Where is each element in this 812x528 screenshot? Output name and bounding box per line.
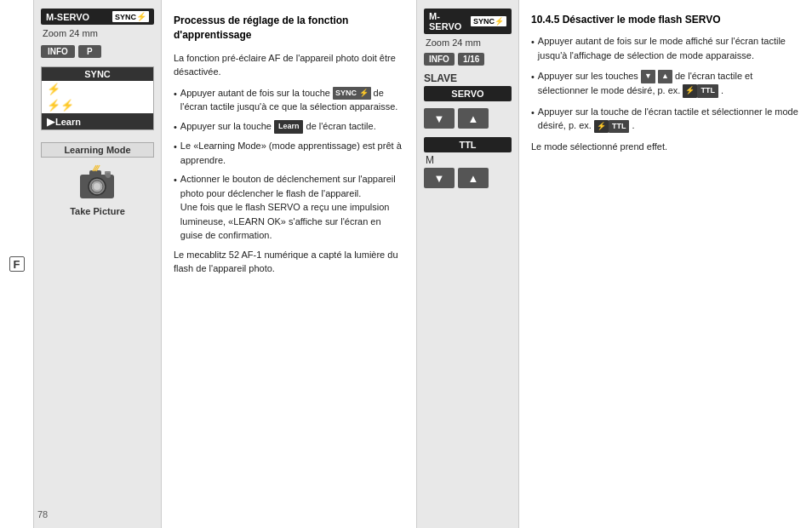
sync-text-left: SYNC [115,13,136,21]
up-arrow-btn-top[interactable]: ▲ [458,108,489,129]
lightning-icon-1: ⚡ [47,83,60,95]
sync-badge-left: SYNC ⚡ [112,11,149,22]
right-bullet-text-3: Appuyer sur la touche de l'écran tactile… [538,105,800,133]
content-left: Processus de réglage de la fonction d'ap… [162,0,417,528]
m-label: M [424,154,434,166]
p-button-left[interactable]: P [78,45,101,58]
content-title-right: 10.4.5 Désactiver le mode flash SERVO [531,14,800,26]
info-p-row-left: INFO P [41,45,101,58]
arrow-row-bottom: ▼ ▲ [424,168,489,188]
ttl-badge-2: TTL [609,120,630,134]
intro-text: La fonction pré-éclaire AF de l'appareil… [174,51,404,79]
down-arrow-inline: ▼ [641,70,655,83]
right-final-note: Le mode sélectionné prend effet. [531,140,800,154]
info-btn-right[interactable]: INFO [424,53,455,66]
device-panel-right: M-SERVO SYNC ⚡ Zoom 24 mm INFO 1/16 SLAV… [417,0,519,528]
servo-bar[interactable]: SERVO [424,86,512,101]
slave-label: SLAVE [424,72,457,84]
lightning-ttl-badge-2: ⚡ [594,120,609,134]
m-servo-bar-left[interactable]: M-SERVO SYNC ⚡ [41,9,154,25]
bullet-3: • Le «Learning Mode» (mode apprentissage… [174,139,404,167]
learn-label: Learn [55,117,81,127]
right-bullet-dot-3: • [531,106,535,133]
sync-item-1[interactable]: ⚡ [42,81,153,97]
sync-item-2[interactable]: ⚡⚡ [42,97,153,113]
page-btn-right[interactable]: 1/16 [458,53,484,66]
camera-icon-wrapper: Take Picture [70,164,125,216]
info-button-left[interactable]: INFO [41,45,75,58]
sync-panel-title: SYNC [42,67,153,81]
ttl-bar[interactable]: TTL [424,137,512,152]
learn-arrow: ▶ [47,115,55,128]
content-body-right: • Appuyer autant de fois sur le mode aff… [531,34,800,154]
final-note-left: Le mecablitz 52 AF-1 numérique a capté l… [174,248,404,276]
right-bullet-dot-1: • [531,35,535,62]
m-servo-label-right: M-SERVO [429,11,467,32]
bullet-text-3: Le «Learning Mode» (mode apprentissage) … [180,139,404,167]
sync-item-learn[interactable]: ▶ Learn [42,113,153,129]
lightning-ttl-badge-1: ⚡ [683,84,697,98]
device-panel-left: M-SERVO SYNC ⚡ Zoom 24 mm INFO P SYNC ⚡ … [34,0,162,528]
lightning-left: ⚡ [136,12,146,21]
bullet-1: • Appuyer autant de fois sur la touche S… [174,86,404,114]
bullet-dot-3: • [174,140,177,167]
ttl-badge-1: TTL [697,84,718,98]
content-right: 10.4.5 Désactiver le mode flash SERVO • … [519,0,812,528]
arrow-row-top: ▼ ▲ [424,108,489,129]
right-bullet-1: • Appuyer autant de fois sur le mode aff… [531,34,800,62]
content-body-left: La fonction pré-éclaire AF de l'appareil… [174,51,404,276]
right-bullet-dot-2: • [531,70,535,98]
bullet-dot-1: • [174,87,177,114]
bullet-text-4: Actionner le bouton de déclenchement sur… [180,172,404,243]
left-strip: F [0,0,34,528]
camera-icon [76,164,118,203]
lightning-icon-2: ⚡⚡ [47,99,74,112]
content-title-left: Processus de réglage de la fonction d'ap… [174,14,404,43]
right-bullet-text-1: Appuyer autant de fois sur le mode affic… [538,34,800,62]
bullet-text-1: Appuyer autant de fois sur la touche SYN… [180,86,404,114]
zoom-text-left: Zoom 24 mm [41,28,98,38]
take-picture-label: Take Picture [70,206,125,216]
learning-mode-section: Learning Mode Take Picture [41,142,154,220]
right-bullet-text-2: Appuyer sur les touches ▼ ▲ de l'écran t… [538,69,800,98]
svg-rect-4 [89,170,101,176]
sync-inline-badge: SYNC ⚡ [333,87,371,100]
sync-badge-right: SYNC ⚡ [471,16,506,26]
learning-mode-label: Learning Mode [41,142,154,158]
sync-text-right: SYNC [473,17,495,26]
right-bullet-3: • Appuyer sur la touche de l'écran tacti… [531,105,800,133]
info-116-row: INFO 1/16 [424,53,484,66]
lightning-right: ⚡ [495,17,504,26]
bullet-dot-2: • [174,120,177,135]
bullet-2: • Appuyer sur la touche Learn de l'écran… [174,119,404,135]
sync-panel-left: SYNC ⚡ ⚡⚡ ▶ Learn [41,66,154,130]
svg-point-3 [94,183,100,190]
page-number: 78 [37,509,48,519]
up-arrow-inline: ▲ [658,70,672,83]
f-label: F [9,256,25,272]
down-arrow-btn-top[interactable]: ▼ [424,108,455,129]
bullet-4: • Actionner le bouton de déclenchement s… [174,172,404,243]
learn-inline-badge: Learn [274,120,304,134]
m-servo-bar-right[interactable]: M-SERVO SYNC ⚡ [424,9,512,34]
bullet-text-2: Appuyer sur la touche Learn de l'écran t… [180,119,376,135]
m-servo-label-left: M-SERVO [46,12,89,22]
up-arrow-btn-bottom[interactable]: ▲ [458,168,489,188]
down-arrow-btn-bottom[interactable]: ▼ [424,168,455,188]
right-bullet-2: • Appuyer sur les touches ▼ ▲ de l'écran… [531,69,800,98]
bullet-dot-4: • [174,173,177,243]
zoom-text-right: Zoom 24 mm [424,37,481,48]
svg-point-6 [106,173,111,178]
